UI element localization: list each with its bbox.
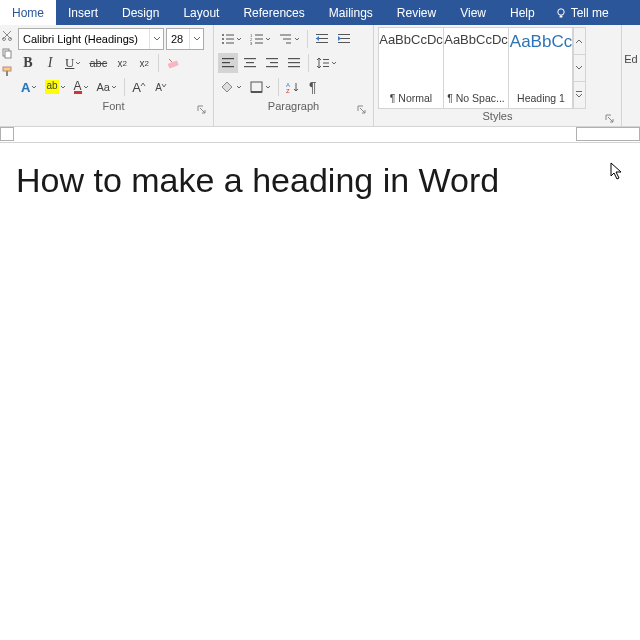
styles-dialog-launcher[interactable] <box>605 114 615 124</box>
styles-scroll-up[interactable] <box>573 28 585 55</box>
ruler-right-margin <box>576 127 640 141</box>
ribbon-tabs: Home Insert Design Layout References Mai… <box>0 0 640 25</box>
align-right-button[interactable] <box>262 53 282 73</box>
line-spacing-button[interactable] <box>313 53 340 73</box>
svg-rect-8 <box>168 60 179 68</box>
svg-rect-7 <box>6 71 8 76</box>
style-heading-1[interactable]: AaBbCc Heading 1 <box>508 27 574 109</box>
svg-rect-26 <box>316 42 328 43</box>
svg-rect-34 <box>246 62 254 63</box>
svg-rect-41 <box>288 66 300 67</box>
multilevel-list-button[interactable] <box>276 29 303 49</box>
shrink-font-button[interactable]: A <box>151 77 171 97</box>
tab-references[interactable]: References <box>231 0 316 25</box>
svg-text:3: 3 <box>250 41 253 45</box>
tab-layout[interactable]: Layout <box>171 0 231 25</box>
style-preview-nospacing: AaBbCcDc <box>444 32 508 47</box>
bullets-button[interactable] <box>218 29 245 49</box>
svg-rect-36 <box>266 58 278 59</box>
eraser-icon <box>166 56 182 70</box>
highlight-button[interactable]: ab <box>42 77 68 97</box>
borders-button[interactable] <box>247 77 274 97</box>
font-name-input[interactable] <box>19 33 149 45</box>
svg-point-9 <box>222 34 224 36</box>
svg-rect-43 <box>323 63 329 64</box>
paragraph-group-label: Paragraph <box>268 100 319 112</box>
tab-home[interactable]: Home <box>0 0 56 25</box>
ruler[interactable] <box>0 127 640 143</box>
font-size-dropdown[interactable] <box>189 29 203 49</box>
italic-button[interactable]: I <box>40 53 60 73</box>
svg-rect-37 <box>270 62 278 63</box>
svg-text:Z: Z <box>286 88 290 93</box>
tab-view[interactable]: View <box>448 0 498 25</box>
svg-rect-5 <box>5 51 11 58</box>
underline-button[interactable]: U <box>62 53 84 73</box>
bold-button[interactable]: B <box>18 53 38 73</box>
svg-rect-20 <box>255 43 263 44</box>
svg-rect-50 <box>576 91 582 92</box>
strikethrough-button[interactable]: abc <box>86 53 110 73</box>
format-painter-icon[interactable] <box>1 65 13 77</box>
svg-rect-23 <box>286 43 291 44</box>
align-center-button[interactable] <box>240 53 260 73</box>
tab-insert[interactable]: Insert <box>56 0 110 25</box>
clipboard-group-partial <box>0 25 14 126</box>
tell-me-search[interactable]: Tell me <box>547 0 617 25</box>
svg-rect-33 <box>244 58 256 59</box>
subscript-button[interactable]: x2 <box>112 53 132 73</box>
shading-button[interactable] <box>218 77 245 97</box>
font-color-button[interactable]: A <box>71 77 92 97</box>
paragraph-dialog-launcher[interactable] <box>357 105 367 115</box>
editing-label: Ed <box>624 53 637 65</box>
style-preview-normal: AaBbCcDc <box>379 32 443 47</box>
font-dialog-launcher[interactable] <box>197 105 207 115</box>
increase-indent-button[interactable] <box>334 29 354 49</box>
styles-scroll-down[interactable] <box>573 55 585 82</box>
svg-rect-12 <box>226 39 234 40</box>
mouse-cursor-icon <box>610 162 624 180</box>
svg-rect-38 <box>266 66 278 67</box>
numbering-button[interactable]: 123 <box>247 29 274 49</box>
styles-expand[interactable] <box>573 82 585 108</box>
superscript-button[interactable]: x2 <box>134 53 154 73</box>
paragraph-group: 123 AZ ¶ Paragraph <box>214 25 374 126</box>
document-page[interactable]: How to make a heading in Word <box>0 143 640 218</box>
decrease-indent-button[interactable] <box>312 29 332 49</box>
svg-rect-21 <box>280 35 291 36</box>
font-name-combo[interactable] <box>18 28 164 50</box>
justify-button[interactable] <box>284 53 304 73</box>
align-left-button[interactable] <box>218 53 238 73</box>
change-case-button[interactable]: Aa <box>94 77 120 97</box>
copy-icon[interactable] <box>1 47 13 59</box>
cut-icon[interactable] <box>1 29 13 41</box>
styles-gallery-scroll <box>572 27 586 109</box>
svg-rect-35 <box>244 66 256 67</box>
font-size-input[interactable] <box>167 33 189 45</box>
grow-font-button[interactable]: A <box>129 77 149 97</box>
font-group-label: Font <box>102 100 124 112</box>
svg-rect-29 <box>338 42 350 43</box>
style-no-spacing[interactable]: AaBbCcDc ¶ No Spac... <box>443 27 509 109</box>
svg-rect-1 <box>559 15 562 17</box>
tab-selector[interactable] <box>0 127 14 141</box>
font-size-combo[interactable] <box>166 28 204 50</box>
style-normal[interactable]: AaBbCcDc ¶ Normal <box>378 27 444 109</box>
tell-me-label: Tell me <box>571 6 609 20</box>
tab-help[interactable]: Help <box>498 0 547 25</box>
tab-design[interactable]: Design <box>110 0 171 25</box>
svg-rect-14 <box>226 43 234 44</box>
tab-mailings[interactable]: Mailings <box>317 0 385 25</box>
style-preview-heading1: AaBbCc <box>510 32 572 52</box>
text-effects-button[interactable]: A <box>18 77 40 97</box>
sort-button[interactable]: AZ <box>283 77 303 97</box>
document-heading-text[interactable]: How to make a heading in Word <box>16 161 624 200</box>
clear-formatting-button[interactable] <box>163 53 185 73</box>
tab-review[interactable]: Review <box>385 0 448 25</box>
font-name-dropdown[interactable] <box>149 29 163 49</box>
ribbon: B I U abc x2 x2 A ab A Aa A A Font 123 <box>0 25 640 127</box>
show-marks-button[interactable]: ¶ <box>305 77 325 97</box>
lightbulb-icon <box>555 7 567 19</box>
svg-point-0 <box>557 8 563 14</box>
svg-point-11 <box>222 38 224 40</box>
